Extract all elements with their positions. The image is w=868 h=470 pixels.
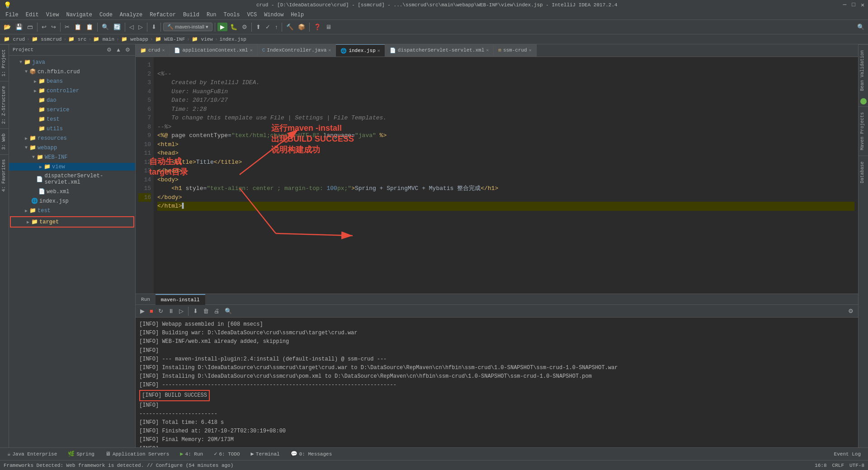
- replace-btn[interactable]: 🔄: [112, 21, 123, 33]
- build-btn[interactable]: 🔨: [284, 21, 295, 33]
- menu-window[interactable]: Window: [260, 11, 287, 19]
- console-rerun-btn[interactable]: ↻: [156, 307, 165, 316]
- tree-item-test[interactable]: 📁 test: [9, 114, 135, 124]
- framework-detected[interactable]: Frameworks Detected: Web framework is de…: [4, 463, 233, 468]
- sidebar-gear-btn[interactable]: ⚙: [124, 46, 132, 53]
- menu-file[interactable]: File: [2, 11, 22, 19]
- tree-item-webinf[interactable]: ▼ 📁 WEB-INF: [9, 152, 135, 162]
- paste-btn[interactable]: 📋: [84, 21, 95, 33]
- console-resume-btn[interactable]: ▷: [177, 307, 185, 316]
- tab-index-jsp[interactable]: 🌐index.jsp✕: [336, 44, 385, 57]
- menu-build[interactable]: Build: [179, 11, 203, 19]
- breadcrumb-item-webapp[interactable]: 📁 webapp: [121, 36, 148, 42]
- console-scroll-btn[interactable]: ⬇: [191, 307, 200, 316]
- maven-install-btn[interactable]: 🔨 maven-install ▾: [163, 23, 212, 31]
- tree-item-view[interactable]: ▶ 📁 view: [9, 162, 135, 171]
- taskbar-java-enterprise[interactable]: ☕ Java Enterprise: [4, 450, 61, 458]
- title-bar-controls[interactable]: ─ □ ✕: [843, 1, 864, 9]
- console-filter-btn[interactable]: 🔍: [223, 307, 234, 316]
- breadcrumb-item-src[interactable]: 📁 src: [68, 36, 86, 42]
- tab-application-context[interactable]: 📄applicationContext.xml✕: [170, 44, 257, 57]
- database-tab[interactable]: Database: [859, 156, 868, 189]
- minimize-icon[interactable]: ─: [843, 1, 847, 9]
- find-btn[interactable]: 🔍: [100, 21, 111, 33]
- search-everywhere-btn[interactable]: 🔍: [855, 21, 866, 33]
- tab-index-controller[interactable]: CIndexController.java✕: [258, 44, 336, 57]
- breadcrumb-item-indexjsp[interactable]: index.jsp: [220, 37, 246, 42]
- cut-btn[interactable]: ✂: [63, 21, 71, 33]
- menu-help[interactable]: Help: [287, 11, 307, 19]
- undo-btn[interactable]: ↩: [40, 21, 48, 33]
- tree-item-service[interactable]: 📁 service: [9, 105, 135, 114]
- maven-install-tab[interactable]: maven-install: [156, 294, 205, 305]
- menu-edit[interactable]: Edit: [22, 11, 42, 19]
- menu-navigate[interactable]: Navigate: [62, 11, 96, 19]
- code-content[interactable]: <%-- Created by IntelliJ IDEA. User: Hua…: [154, 57, 858, 294]
- taskbar-application-servers[interactable]: 🖥 Application Servers: [102, 450, 173, 458]
- taskbar-spring[interactable]: 🌿 Spring: [64, 450, 98, 458]
- run-tab[interactable]: Run: [136, 294, 156, 305]
- breadcrumb-item-crud[interactable]: 📁 crud: [4, 36, 25, 42]
- tree-item-webapp[interactable]: ▼ 📁 webapp: [9, 143, 135, 152]
- settings-btn[interactable]: 🖥: [324, 21, 333, 33]
- code-editor[interactable]: 12345 678910 1112131415 16 <%-- Created …: [136, 57, 858, 294]
- sidebar-settings-btn[interactable]: ⚙: [105, 46, 113, 53]
- tree-item-java[interactable]: ▼ 📁 java: [9, 57, 135, 67]
- tree-item-utils[interactable]: 📁 utils: [9, 124, 135, 133]
- redo-btn[interactable]: ↪: [49, 21, 58, 33]
- tab-dispatcher-servlet[interactable]: 📄dispatcherServlet-servlet.xml✕: [385, 44, 494, 57]
- open-btn[interactable]: 📂: [2, 21, 13, 33]
- save-all-btn[interactable]: 🗃: [25, 21, 35, 33]
- menu-tools[interactable]: Tools: [220, 11, 244, 19]
- console-print-btn[interactable]: 🖨: [212, 307, 222, 316]
- structure-panel-tab[interactable]: 2: Z-Structure: [0, 81, 9, 128]
- maven-projects-tab[interactable]: Maven Projects: [859, 106, 868, 156]
- close-icon[interactable]: ✕: [861, 1, 864, 9]
- console-settings-btn[interactable]: ⚙: [846, 307, 855, 315]
- tree-item-index-jsp[interactable]: 🌐 index.jsp: [9, 196, 135, 206]
- project-panel-tab[interactable]: 1: Project: [0, 44, 9, 81]
- back-btn[interactable]: ◁: [127, 21, 136, 33]
- taskbar-messages[interactable]: 💬 0: Messages: [287, 450, 336, 458]
- tree-item-package[interactable]: ▼ 📦 cn.hfbin.crud: [9, 67, 135, 76]
- breadcrumb-item-webinf[interactable]: 📁 WEB-INF: [155, 36, 185, 42]
- menu-analyze[interactable]: Analyze: [116, 11, 146, 19]
- console-run-btn[interactable]: ▶: [138, 307, 146, 316]
- bottom-toolbar-right[interactable]: ⚙: [846, 307, 855, 315]
- reformat-btn[interactable]: ⬇: [150, 21, 158, 33]
- forward-btn[interactable]: ▷: [137, 21, 145, 33]
- menu-code[interactable]: Code: [96, 11, 116, 19]
- console-stop-btn[interactable]: ■: [148, 307, 155, 316]
- breadcrumb-item-view[interactable]: 📁 view: [192, 36, 213, 42]
- sidebar-collapse-btn[interactable]: ▲: [114, 46, 123, 53]
- vcs-update-btn[interactable]: ⬆: [254, 21, 263, 33]
- favorites-panel-tab[interactable]: 4: Favorites: [0, 154, 9, 196]
- menu-run[interactable]: Run: [203, 11, 220, 19]
- vcs-push-btn[interactable]: ↑: [273, 21, 280, 33]
- save-btn[interactable]: 💾: [14, 21, 24, 33]
- menu-vcs[interactable]: VCS: [244, 11, 261, 19]
- breadcrumb-item-ssmcrud[interactable]: 📁 ssmcrud: [32, 36, 62, 42]
- taskbar-todo[interactable]: ✓ 6: TODO: [210, 450, 243, 458]
- debug-btn[interactable]: 🐛: [228, 21, 239, 33]
- tab-ssm-crud[interactable]: mssm-crud✕: [494, 44, 536, 57]
- help-btn[interactable]: ❓: [312, 21, 323, 33]
- tree-item-controller[interactable]: ▶ 📁 controller: [9, 86, 135, 95]
- console-clear-btn[interactable]: 🗑: [201, 307, 211, 316]
- console-pause-btn[interactable]: ⏸: [166, 307, 176, 316]
- tree-item-dispatcher-xml[interactable]: 📄 dispatcherServlet-servlet.xml: [9, 171, 135, 187]
- vcs-commit-btn[interactable]: ✓: [264, 21, 272, 33]
- bean-validation-tab[interactable]: Bean Validation: [859, 44, 868, 96]
- tree-item-web-xml[interactable]: 📄 web.xml: [9, 187, 135, 196]
- web-panel-tab[interactable]: 3: Web: [0, 128, 9, 154]
- tab-crud[interactable]: 📁crud✕: [136, 44, 170, 57]
- tree-item-test-top[interactable]: ▶ 📁 test: [9, 206, 135, 215]
- breadcrumb-item-main[interactable]: 📁 main: [93, 36, 114, 42]
- tree-item-dao[interactable]: 📁 dao: [9, 95, 135, 105]
- tree-item-target[interactable]: ▶ 📁 target: [10, 216, 134, 228]
- taskbar-run[interactable]: ▶ 4: Run: [176, 450, 207, 458]
- run-config-btn[interactable]: ⚙: [240, 21, 249, 33]
- console-output[interactable]: [INFO] Webapp assembled in [608 msecs] […: [136, 318, 858, 447]
- maximize-icon[interactable]: □: [852, 1, 855, 9]
- tree-item-beans[interactable]: ▶ 📁 beans: [9, 76, 135, 86]
